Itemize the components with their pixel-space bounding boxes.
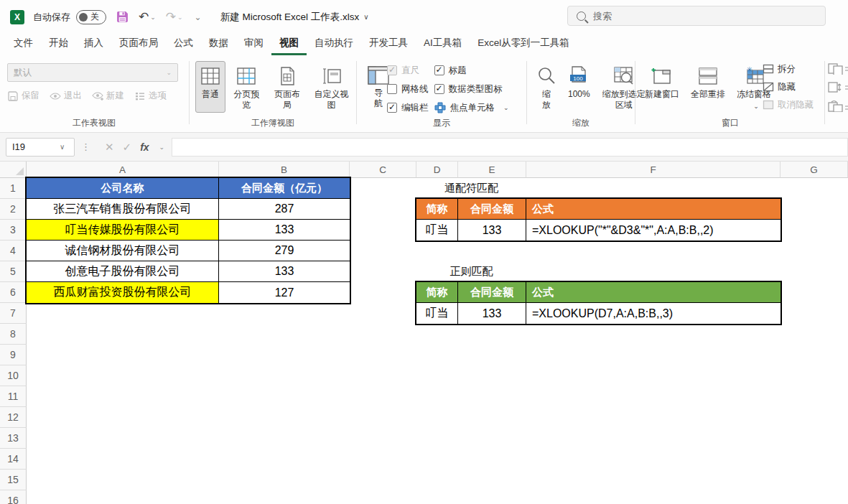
cell-F2[interactable]: 公式 — [526, 199, 781, 220]
tab-formulas[interactable]: 公式 — [166, 32, 201, 55]
name-box[interactable]: ∨ — [6, 138, 75, 157]
cell-A6[interactable]: 西瓜财富投资股份有限公司 — [27, 282, 219, 303]
tab-ai-toolbox[interactable]: AI工具箱 — [416, 32, 470, 55]
insert-function-button[interactable]: fx — [140, 141, 149, 153]
synchronous-scrolling-icon[interactable] — [828, 81, 848, 93]
cell-B6[interactable]: 127 — [219, 282, 350, 303]
row-header-15[interactable]: 15 — [0, 470, 27, 490]
name-box-input[interactable] — [12, 141, 57, 152]
undo-button[interactable]: ↶⌄ — [139, 9, 156, 24]
cell-B2[interactable]: 287 — [219, 199, 350, 220]
tab-excel-toolbox[interactable]: Excel从零到一工具箱 — [470, 32, 577, 55]
tab-page-layout[interactable]: 页面布局 — [111, 32, 166, 55]
page-layout-view-button[interactable]: 页面布局 — [268, 61, 307, 113]
redo-button[interactable]: ↷⌄ — [166, 9, 183, 24]
row-header-8[interactable]: 8 — [0, 324, 27, 345]
column-header-F[interactable]: F — [526, 162, 781, 178]
row-header-7[interactable]: 7 — [0, 303, 27, 324]
cell-A5[interactable]: 创意电子股份有限公司 — [27, 261, 219, 282]
row-header-16[interactable]: 16 — [0, 490, 27, 504]
cell-A3[interactable]: 叮当传媒股份有限公司 — [27, 220, 219, 241]
search-input[interactable] — [593, 11, 809, 22]
cell-D3[interactable]: 叮当 — [416, 220, 458, 241]
row-header-10[interactable]: 10 — [0, 365, 27, 386]
customize-quick-access-button[interactable]: ⌄ — [193, 12, 202, 22]
view-options-button[interactable]: 选项 — [134, 90, 167, 102]
page-break-preview-button[interactable]: 分页预览 — [227, 61, 266, 113]
column-header-C[interactable]: C — [350, 162, 416, 178]
cell-E6[interactable]: 合同金额 — [458, 282, 526, 303]
checkbox-headings[interactable]: 标题 — [434, 62, 509, 78]
sheet-view-dropdown[interactable]: 默认 ⌄ — [7, 63, 178, 82]
cell-F6[interactable]: 公式 — [526, 282, 781, 303]
normal-view-button[interactable]: 普通 — [195, 61, 225, 113]
row-header-14[interactable]: 14 — [0, 449, 27, 470]
cell-A4[interactable]: 诚信钢材股份有限公司 — [27, 241, 219, 261]
row-header-3[interactable]: 3 — [0, 220, 27, 241]
cancel-button[interactable]: ✕ — [105, 141, 114, 154]
row-header-4[interactable]: 4 — [0, 241, 27, 261]
new-window-button[interactable]: 新建窗口 — [640, 61, 684, 112]
checkbox-data-type-icons[interactable]: 数据类型图标 — [434, 81, 509, 97]
cell-E2[interactable]: 合同金额 — [458, 199, 526, 220]
row-header-6[interactable]: 6 — [0, 282, 27, 303]
cell-F7[interactable]: =XLOOKUP(D7,A:A,B:B,,3) — [526, 303, 781, 324]
tab-file[interactable]: 文件 — [6, 32, 41, 55]
select-all-corner[interactable] — [0, 162, 27, 178]
cell-D7[interactable]: 叮当 — [416, 303, 458, 324]
cell-A2[interactable]: 张三汽车销售股份有限公司 — [27, 199, 219, 220]
row-header-9[interactable]: 9 — [0, 345, 27, 365]
cell-F3[interactable]: =XLOOKUP("*"&D3&"*",A:A,B:B,,2) — [526, 220, 781, 241]
document-title[interactable]: 新建 Microsoft Excel 工作表.xlsx ∨ — [220, 11, 369, 24]
tab-review[interactable]: 审阅 — [236, 32, 271, 55]
column-header-B[interactable]: B — [219, 162, 350, 178]
row-header-2[interactable]: 2 — [0, 199, 27, 220]
row-header-5[interactable]: 5 — [0, 261, 27, 282]
column-header-G[interactable]: G — [781, 162, 848, 178]
tab-home[interactable]: 开始 — [41, 32, 76, 55]
tab-developer[interactable]: 开发工具 — [361, 32, 416, 55]
reset-window-position-icon[interactable] — [828, 100, 848, 112]
row-header-12[interactable]: 12 — [0, 407, 27, 428]
cell-D6[interactable]: 简称 — [416, 282, 458, 303]
enter-button[interactable]: ✓ — [123, 141, 132, 154]
cell-B1[interactable]: 合同金额（亿元） — [219, 178, 350, 199]
exit-view-button[interactable]: 退出 — [50, 90, 82, 102]
wildcard-title[interactable]: 通配符匹配 — [416, 178, 526, 199]
hide-button[interactable]: 隐藏 — [763, 79, 814, 95]
cell-D2[interactable]: 简称 — [416, 199, 458, 220]
arrange-all-button[interactable]: 全部重排 — [686, 61, 730, 112]
checkbox-ruler[interactable]: 直尺 — [387, 62, 429, 78]
save-button[interactable] — [116, 11, 129, 23]
cell-E3[interactable]: 133 — [458, 220, 526, 241]
column-header-A[interactable]: A — [27, 162, 219, 178]
zoom-100-button[interactable]: 100 100% — [563, 61, 595, 113]
tab-automate[interactable]: 自动执行 — [307, 32, 361, 55]
keep-view-button[interactable]: 保留 — [7, 90, 39, 102]
cell-B5[interactable]: 133 — [219, 261, 350, 282]
new-view-button[interactable]: 新建 — [92, 90, 124, 102]
regex-title[interactable]: 正则匹配 — [416, 261, 526, 282]
unhide-button[interactable]: 取消隐藏 — [763, 97, 814, 113]
tab-view[interactable]: 视图 — [271, 32, 307, 55]
zoom-button[interactable]: 缩放 — [531, 61, 562, 113]
custom-views-button[interactable]: 自定义视图 — [308, 61, 355, 113]
tab-insert[interactable]: 插入 — [76, 32, 111, 55]
column-header-D[interactable]: D — [416, 162, 458, 178]
tab-data[interactable]: 数据 — [201, 32, 236, 55]
autosave-toggle[interactable]: 关 — [76, 10, 106, 24]
cell-A1[interactable]: 公司名称 — [27, 178, 219, 199]
row-header-11[interactable]: 11 — [0, 386, 27, 407]
formula-input[interactable] — [172, 138, 848, 157]
cell-E7[interactable]: 133 — [458, 303, 526, 324]
checkbox-gridlines[interactable]: 网格线 — [387, 81, 429, 97]
search-box[interactable] — [567, 6, 826, 26]
row-header-1[interactable]: 1 — [0, 178, 27, 199]
focus-cell-button[interactable]: 焦点单元格 ⌄ — [434, 100, 509, 116]
cell-B4[interactable]: 279 — [219, 241, 350, 261]
drag-handle-icon[interactable]: ⋮ — [81, 141, 91, 152]
view-side-by-side-icon[interactable] — [828, 62, 848, 75]
split-button[interactable]: 拆分 — [763, 61, 814, 77]
cell-B3[interactable]: 133 — [219, 220, 350, 241]
column-header-E[interactable]: E — [458, 162, 526, 178]
